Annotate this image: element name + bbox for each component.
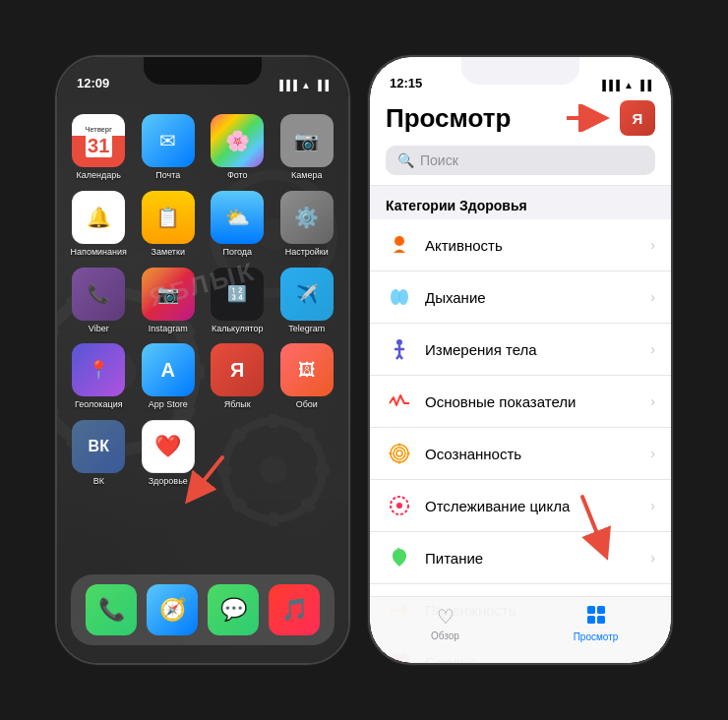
app-yablyk[interactable]: Я Яблык (208, 343, 268, 410)
svg-point-41 (390, 452, 393, 455)
main-container: 12:09 ▐▐▐ ▲ ▐▐ Четверг 31 (35, 35, 693, 685)
app-geo[interactable]: 📍 Геолокация (69, 343, 129, 410)
category-cycle[interactable]: Отслеживание цикла › (370, 480, 671, 532)
svg-point-39 (398, 444, 401, 447)
phone1-time: 12:09 (77, 76, 109, 90)
camera-icon: 📷 (280, 114, 334, 167)
yablyk-profile-badge[interactable]: Я (620, 100, 655, 136)
body-label: Измерения тела (425, 341, 638, 358)
body-chevron: › (650, 341, 655, 357)
geo-label: Геолокация (75, 399, 123, 410)
health-app-screen: 12:15 ▐▐▐ ▲ ▐▐ Просмотр (370, 57, 671, 663)
breathing-icon (386, 283, 413, 311)
cycle-label: Отслеживание цикла (425, 498, 638, 514)
app-vk[interactable]: ВК ВК (69, 420, 129, 487)
app-reminders[interactable]: 🔔 Напоминания (69, 191, 129, 258)
weather-icon: ⛅ (211, 191, 264, 244)
phone1-status-icons: ▐▐▐ ▲ ▐▐ (276, 80, 329, 90)
oboi-label: Обои (296, 399, 318, 410)
notes-label: Заметки (152, 247, 185, 258)
category-vitals[interactable]: Основные показатели › (370, 376, 671, 428)
svg-rect-53 (587, 616, 595, 624)
app-photos[interactable]: 🌸 Фото (208, 114, 268, 181)
oboi-icon: 🖼 (280, 343, 334, 396)
right-arrow (563, 104, 614, 132)
phone1-notch (144, 57, 262, 85)
app-camera[interactable]: 📷 Камера (277, 114, 337, 181)
signal-icon: ▐▐▐ (276, 80, 297, 90)
app-viber[interactable]: 📞 Viber (69, 268, 129, 334)
health-search-bar[interactable]: 🔍 Поиск (386, 146, 655, 175)
yablyk-label: Яблык (224, 399, 251, 410)
app-instagram[interactable]: 📷 Instagram (139, 268, 199, 334)
phone2-notch (461, 57, 579, 85)
dock-safari[interactable]: 🧭 (147, 584, 198, 635)
appstore-label: App Store (149, 399, 188, 410)
app-mail[interactable]: ✉ Почта (139, 114, 199, 181)
photos-label: Фото (227, 170, 248, 181)
category-activity[interactable]: Активность › (370, 219, 671, 271)
photos-icon: 🌸 (211, 114, 264, 167)
dock-phone[interactable]: 📞 (86, 584, 137, 635)
settings-icon: ⚙️ (280, 191, 334, 244)
svg-point-31 (396, 339, 402, 345)
mail-icon: ✉ (142, 114, 195, 167)
wifi-icon-2: ▲ (624, 80, 634, 90)
dock-messages[interactable]: 💬 (208, 584, 259, 635)
phone1-screen: 12:09 ▐▐▐ ▲ ▐▐ Четверг 31 (57, 57, 348, 663)
activity-icon (386, 231, 413, 259)
signal-icon-2: ▐▐▐ (599, 80, 620, 90)
activity-chevron: › (650, 237, 655, 253)
app-health[interactable]: ❤️ Здоровье (139, 420, 199, 487)
category-body[interactable]: Измерения тела › (370, 324, 671, 376)
phone1: 12:09 ▐▐▐ ▲ ▐▐ Четверг 31 (55, 55, 350, 665)
tab-summary[interactable]: ♡ Обзор (370, 605, 520, 641)
app-weather[interactable]: ⛅ Погода (208, 191, 268, 258)
yablyk-icon: Я (211, 343, 264, 396)
app-grid: Четверг 31 Календарь ✉ Почта 🌸 (57, 104, 348, 497)
mindfulness-icon (386, 440, 413, 467)
svg-point-30 (398, 289, 408, 305)
app-appstore[interactable]: A App Store (139, 343, 199, 410)
health-title-row: Просмотр (386, 100, 655, 136)
svg-rect-54 (597, 616, 605, 624)
svg-line-35 (399, 355, 402, 359)
health-icon: ❤️ (142, 420, 195, 473)
reminders-label: Напоминания (71, 247, 127, 258)
telegram-label: Telegram (288, 324, 325, 334)
svg-point-38 (396, 450, 402, 456)
svg-point-42 (407, 452, 410, 455)
app-notes[interactable]: 📋 Заметки (139, 191, 199, 258)
mail-label: Почта (155, 170, 180, 181)
browse-tab-icon (586, 605, 606, 630)
nutrition-label: Питание (425, 550, 638, 567)
app-telegram[interactable]: ✈️ Telegram (277, 268, 337, 334)
app-calculator[interactable]: 🔢 Калькулятор (208, 268, 268, 334)
vitals-chevron: › (650, 393, 655, 409)
svg-point-28 (394, 236, 404, 246)
title-right: Я (563, 100, 655, 136)
app-oboi[interactable]: 🖼 Обои (277, 343, 337, 410)
tab-browse[interactable]: Просмотр (520, 605, 671, 642)
mindfulness-chevron: › (650, 446, 655, 461)
category-mindfulness[interactable]: Осознанность › (370, 428, 671, 480)
category-breathing[interactable]: Дыхание › (370, 271, 671, 324)
dock-music[interactable]: 🎵 (269, 584, 320, 635)
app-calendar[interactable]: Четверг 31 Календарь (69, 114, 129, 181)
mindfulness-label: Осознанность (425, 446, 638, 462)
geo-icon: 📍 (72, 343, 125, 396)
app-settings[interactable]: ⚙️ Настройки (277, 191, 337, 258)
yablyk-badge-icon: Я (633, 110, 643, 127)
phone2-screen: 12:15 ▐▐▐ ▲ ▐▐ Просмотр (370, 57, 671, 663)
browse-tab-label: Просмотр (574, 631, 619, 642)
vitals-label: Основные показатели (425, 393, 638, 410)
summary-tab-label: Обзор (431, 630, 459, 641)
camera-label: Камера (291, 170, 322, 181)
instagram-icon: 📷 (142, 268, 195, 321)
health-title: Просмотр (386, 103, 511, 134)
viber-icon: 📞 (72, 268, 125, 321)
calendar-icon: Четверг 31 (72, 114, 125, 167)
health-label: Здоровье (149, 476, 188, 487)
category-nutrition[interactable]: Питание › (370, 532, 671, 584)
vk-icon: ВК (72, 420, 125, 473)
